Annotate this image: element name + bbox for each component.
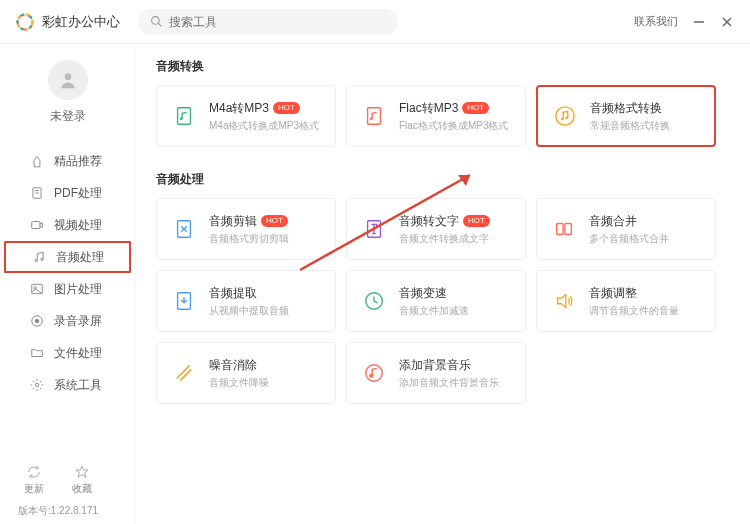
text-icon — [359, 214, 389, 244]
card-desc: 音频格式剪切剪辑 — [209, 232, 323, 246]
card-m4a-to-mp3[interactable]: M4a转MP3HOTM4a格式转换成MP3格式 — [156, 85, 336, 147]
svg-line-4 — [158, 23, 161, 26]
search-input[interactable] — [169, 15, 386, 29]
card-add-bgm[interactable]: 添加背景音乐添加音频文件背景音乐 — [346, 342, 526, 404]
login-status[interactable]: 未登录 — [0, 108, 135, 125]
card-title: 添加背景音乐 — [399, 357, 471, 374]
hot-badge: HOT — [273, 102, 300, 114]
search-icon — [150, 15, 163, 28]
extract-icon — [169, 286, 199, 316]
card-desc: 音频文件转换成文字 — [399, 232, 513, 246]
favorite-label: 收藏 — [72, 482, 92, 496]
sidebar-item-file[interactable]: 文件处理 — [0, 337, 135, 369]
card-title: 音频合并 — [589, 213, 637, 230]
card-audio-merge[interactable]: 音频合并多个音频格式合并 — [536, 198, 716, 260]
card-title: 噪音消除 — [209, 357, 257, 374]
card-title: 音频变速 — [399, 285, 447, 302]
card-grid: 音频剪辑HOT音频格式剪切剪辑 音频转文字HOT音频文件转换成文字 音频合并多个… — [156, 198, 730, 404]
audio-file-icon — [169, 101, 199, 131]
svg-point-16 — [35, 319, 39, 323]
card-noise-remove[interactable]: 噪音消除音频文件降噪 — [156, 342, 336, 404]
sidebar-item-label: 精品推荐 — [54, 153, 102, 170]
minimize-button[interactable] — [692, 15, 706, 29]
sidebar-item-image[interactable]: 图片处理 — [0, 273, 135, 305]
card-desc: 音频文件降噪 — [209, 376, 323, 390]
noise-icon — [169, 358, 199, 388]
card-title: M4a转MP3 — [209, 100, 269, 117]
scissors-icon — [169, 214, 199, 244]
card-desc: 添加音频文件背景音乐 — [399, 376, 513, 390]
sidebar-item-label: PDF处理 — [54, 185, 102, 202]
sidebar-item-label: 视频处理 — [54, 217, 102, 234]
sidebar-item-video[interactable]: 视频处理 — [0, 209, 135, 241]
sidebar-item-label: 系统工具 — [54, 377, 102, 394]
merge-icon — [549, 214, 579, 244]
card-audio-extract[interactable]: 音频提取从视频中提取音频 — [156, 270, 336, 332]
card-title: 音频格式转换 — [590, 100, 662, 117]
sidebar-item-label: 图片处理 — [54, 281, 102, 298]
card-title: 音频剪辑 — [209, 213, 257, 230]
version-label: 版本号:1.22.8.171 — [18, 504, 117, 518]
sidebar-bottom: 更新 收藏 版本号:1.22.8.171 — [0, 452, 135, 524]
sidebar-nav: 精品推荐 PDF处理 视频处理 音频处理 图片处理 录音录屏 文件处理 系统工具 — [0, 145, 135, 401]
card-desc: Flac格式转换成MP3格式 — [399, 119, 513, 133]
card-audio-volume[interactable]: 音频调整调节音频文件的音量 — [536, 270, 716, 332]
svg-point-11 — [35, 259, 37, 261]
favorite-button[interactable]: 收藏 — [72, 464, 92, 496]
sidebar-item-audio[interactable]: 音频处理 — [4, 241, 131, 273]
sidebar-item-record[interactable]: 录音录屏 — [0, 305, 135, 337]
card-audio-speed[interactable]: 音频变速音频文件加减速 — [346, 270, 526, 332]
sidebar-item-label: 文件处理 — [54, 345, 102, 362]
svg-point-19 — [180, 117, 183, 120]
music-add-icon — [359, 358, 389, 388]
update-button[interactable]: 更新 — [24, 464, 44, 496]
card-title: 音频调整 — [589, 285, 637, 302]
close-button[interactable] — [720, 15, 734, 29]
sidebar-item-label: 音频处理 — [56, 249, 104, 266]
sidebar-item-pdf[interactable]: PDF处理 — [0, 177, 135, 209]
card-desc: 音频文件加减速 — [399, 304, 513, 318]
sidebar-item-label: 录音录屏 — [54, 313, 102, 330]
svg-rect-18 — [178, 108, 191, 125]
card-title: Flac转MP3 — [399, 100, 458, 117]
card-desc: M4a格式转换成MP3格式 — [209, 119, 323, 133]
card-title: 音频转文字 — [399, 213, 459, 230]
app-title: 彩虹办公中心 — [42, 13, 120, 31]
card-desc: 多个音频格式合并 — [589, 232, 703, 246]
card-audio-cut[interactable]: 音频剪辑HOT音频格式剪切剪辑 — [156, 198, 336, 260]
card-grid: M4a转MP3HOTM4a格式转换成MP3格式 Flac转MP3HOTFlac格… — [156, 85, 730, 147]
app-logo-icon — [16, 13, 34, 31]
section-title: 音频处理 — [156, 171, 730, 188]
update-label: 更新 — [24, 482, 44, 496]
hot-badge: HOT — [463, 215, 490, 227]
sidebar-item-system[interactable]: 系统工具 — [0, 369, 135, 401]
avatar[interactable] — [48, 60, 88, 100]
card-audio-convert[interactable]: 音频格式转换常规音频格式转换 — [536, 85, 716, 147]
contact-link[interactable]: 联系我们 — [634, 14, 678, 29]
svg-point-3 — [152, 17, 160, 25]
svg-point-32 — [370, 374, 373, 377]
sidebar: 未登录 精品推荐 PDF处理 视频处理 音频处理 图片处理 录音录屏 文件处理 … — [0, 44, 136, 524]
sidebar-item-featured[interactable]: 精品推荐 — [0, 145, 135, 177]
audio-file-icon — [359, 101, 389, 131]
volume-icon — [549, 286, 579, 316]
card-desc: 从视频中提取音频 — [209, 304, 323, 318]
card-title: 音频提取 — [209, 285, 257, 302]
svg-point-21 — [370, 117, 373, 120]
section-title: 音频转换 — [156, 58, 730, 75]
svg-point-23 — [561, 117, 564, 120]
audio-note-icon — [550, 101, 580, 131]
card-desc: 调节音频文件的音量 — [589, 304, 703, 318]
main-content: 音频转换 M4a转MP3HOTM4a格式转换成MP3格式 Flac转MP3HOT… — [136, 44, 750, 524]
search-box[interactable] — [138, 9, 398, 35]
svg-rect-20 — [368, 108, 381, 125]
card-audio-to-text[interactable]: 音频转文字HOT音频文件转换成文字 — [346, 198, 526, 260]
card-flac-to-mp3[interactable]: Flac转MP3HOTFlac格式转换成MP3格式 — [346, 85, 526, 147]
svg-point-12 — [41, 258, 43, 260]
hot-badge: HOT — [462, 102, 489, 114]
svg-point-8 — [64, 73, 71, 80]
card-desc: 常规音频格式转换 — [590, 119, 702, 133]
svg-point-22 — [556, 107, 574, 125]
svg-rect-27 — [557, 224, 563, 235]
svg-rect-28 — [565, 224, 571, 235]
